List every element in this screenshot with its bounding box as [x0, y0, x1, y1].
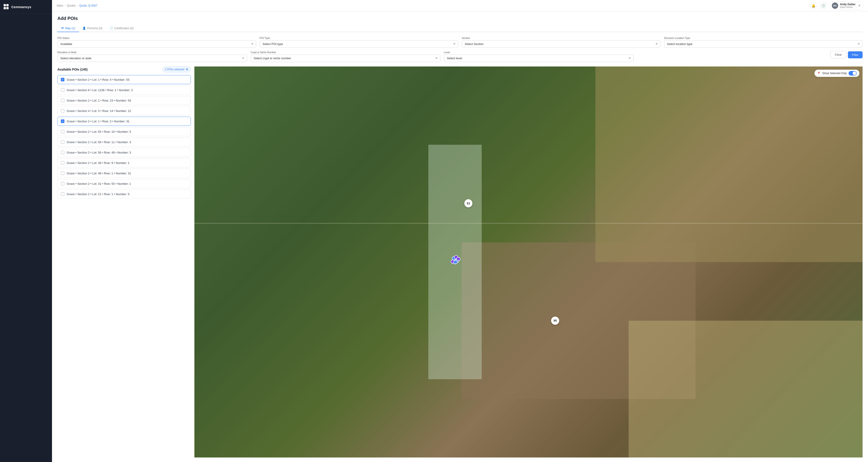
- poi-list: Grave • Section 2 • Lot: 1 • Row: 4 • Nu…: [57, 75, 191, 198]
- filter-actions: Clear Filter: [831, 51, 863, 59]
- poi-item-text: Grave • Section 8 • Lot: 1236 • Row: 1 •…: [67, 88, 133, 92]
- sidebar: Cemmansys: [0, 0, 52, 462]
- filter-row-1: POI Status Available Reserved Sold POI T…: [57, 37, 863, 48]
- level-group: Level Select level: [444, 51, 633, 62]
- poi-item-text: Grave • Section 2 • Lot: 56 • Row: 48 • …: [67, 151, 131, 154]
- poi-checkbox[interactable]: [61, 99, 64, 102]
- sidebar-title: Cemmansys: [11, 5, 31, 9]
- poi-item-text: Grave • Section 4 • Lot: 3 • Row: 14 • N…: [67, 109, 131, 113]
- map-cluster-53[interactable]: 53: [464, 199, 472, 207]
- poi-checkbox[interactable]: [61, 78, 64, 82]
- poi-item-text: Grave • Section 2 • Lot: 1 • Row: 23 • N…: [67, 99, 131, 102]
- filter-section: POI Status Available Reserved Sold POI T…: [57, 37, 863, 62]
- poi-checkbox[interactable]: [61, 140, 64, 144]
- map-icon: 🗺: [61, 27, 64, 30]
- close-icon[interactable]: ✕: [857, 4, 862, 8]
- poi-checkbox[interactable]: [61, 130, 64, 133]
- split-layout: Available POIs (145) 2 POIs selected ✕ G…: [57, 66, 863, 458]
- section-group: Section Select Section Section 2 Section…: [462, 37, 660, 48]
- poi-selected-badge: 2 POIs selected ✕: [162, 66, 191, 72]
- poi-checkbox[interactable]: [61, 109, 64, 113]
- bell-icon[interactable]: 🔔: [810, 2, 817, 9]
- tab-map[interactable]: 🗺 Map (1): [57, 25, 79, 32]
- list-item[interactable]: Grave • Section 2 • Lot: 31 • Row: 55 • …: [57, 179, 191, 188]
- user-badge[interactable]: AG Andy Gallac Super Admin ✕: [830, 1, 864, 10]
- avatar: AG: [832, 2, 838, 9]
- tab-persons[interactable]: 👤 Persons (0): [79, 25, 106, 32]
- map-panel: 53 90: [194, 66, 863, 458]
- show-selected-toggle[interactable]: [848, 71, 857, 75]
- show-selected-label: Show Selected Only: [822, 72, 847, 75]
- poi-checkbox[interactable]: [61, 192, 64, 196]
- poi-type-group: POI Type Select POI type Grave Niche Cry…: [260, 37, 458, 48]
- list-item[interactable]: Grave • Section 2 • Lot: 21 • Row: 1 • N…: [57, 189, 191, 198]
- poi-item-text: Grave • Section 2 • Lot: 56 • Row: 11 • …: [67, 141, 131, 144]
- top-bar: Sales › Quotes › Quote: Q-2697 🔔 🕐 AG An…: [52, 0, 868, 11]
- breadcrumb-sales[interactable]: Sales: [57, 4, 63, 7]
- structure-location-select[interactable]: Select location type Indoor Outdoor: [664, 40, 863, 48]
- user-role: Super Admin: [840, 6, 856, 8]
- user-info: Andy Gallac Super Admin: [840, 3, 856, 8]
- poi-item-text: Grave • Section 2 • Lot: 1 • Row: 2 • Nu…: [67, 120, 129, 123]
- poi-item-text: Grave • Section 2 • Lot: 55 • Row: 10 • …: [67, 130, 131, 133]
- poi-item-text: Grave • Section 2 • Lot: 48 • Row: 1 • N…: [67, 172, 131, 175]
- list-item[interactable]: Grave • Section 2 • Lot: 55 • Row: 10 • …: [57, 127, 191, 136]
- poi-status-group: POI Status Available Reserved Sold: [57, 37, 256, 48]
- elevation-aisle-label: Elevation or Aisle: [57, 51, 247, 54]
- list-item[interactable]: Grave • Section 8 • Lot: 1236 • Row: 1 •…: [57, 86, 191, 95]
- person-icon: 👤: [83, 27, 86, 30]
- poi-list-title: Available POIs (145): [57, 68, 88, 71]
- crypt-niche-group: Crypt or Niche Number Select crypt or ni…: [251, 51, 440, 62]
- breadcrumb: Sales › Quotes › Quote: Q-2697: [57, 4, 97, 7]
- user-name: Andy Gallac: [840, 3, 856, 6]
- structure-location-group: Structure Location Type Select location …: [664, 37, 863, 48]
- list-item[interactable]: Grave • Section 4 • Lot: 3 • Row: 14 • N…: [57, 106, 191, 115]
- poi-checkbox[interactable]: [61, 182, 64, 185]
- top-bar-right: 🔔 🕐 AG Andy Gallac Super Admin ✕: [810, 1, 864, 10]
- poi-checkbox[interactable]: [61, 151, 64, 154]
- poi-list-panel: Available POIs (145) 2 POIs selected ✕ G…: [57, 66, 191, 458]
- map-field-patch-2: [595, 66, 863, 262]
- elevation-aisle-group: Elevation or Aisle Select elevation or a…: [57, 51, 247, 62]
- level-label: Level: [444, 51, 633, 54]
- map-field-patch-3: [629, 321, 863, 458]
- list-item[interactable]: Grave • Section 2 • Lot: 48 • Row: 1 • N…: [57, 169, 191, 178]
- map-road-h: [194, 223, 863, 224]
- list-item[interactable]: Grave • Section 2 • Lot: 48 • Row: 9 • N…: [57, 158, 191, 167]
- certificate-icon: 📄: [110, 27, 113, 30]
- elevation-aisle-select[interactable]: Select elevation or aisle: [57, 55, 247, 62]
- filter-button[interactable]: Filter: [848, 51, 863, 58]
- show-selected-only[interactable]: 📍 Show Selected Only: [814, 70, 860, 77]
- filter-row-2: Elevation or Aisle Select elevation or a…: [57, 51, 863, 62]
- poi-status-select[interactable]: Available Reserved Sold: [57, 40, 256, 48]
- poi-selected-close-icon[interactable]: ✕: [186, 68, 188, 71]
- poi-type-select[interactable]: Select POI type Grave Niche Crypt: [260, 40, 458, 48]
- poi-checkbox[interactable]: [61, 119, 64, 123]
- list-item[interactable]: Grave • Section 2 • Lot: 56 • Row: 11 • …: [57, 137, 191, 147]
- poi-checkbox[interactable]: [61, 172, 64, 175]
- list-item[interactable]: Grave • Section 2 • Lot: 1 • Row: 2 • Nu…: [57, 117, 191, 126]
- map-cluster-90[interactable]: 90: [551, 317, 559, 325]
- tab-certificates[interactable]: 📄 Certificates (0): [106, 25, 137, 32]
- map-satellite[interactable]: 53 90: [194, 66, 863, 458]
- list-item[interactable]: Grave • Section 2 • Lot: 56 • Row: 48 • …: [57, 148, 191, 157]
- tabs: 🗺 Map (1) 👤 Persons (0) 📄 Certificates (…: [57, 25, 863, 32]
- clock-icon[interactable]: 🕐: [820, 2, 827, 9]
- breadcrumb-quotes[interactable]: Quotes: [67, 4, 76, 7]
- location-icon: 📍: [817, 72, 820, 75]
- page-title: Add POIs: [57, 16, 863, 21]
- poi-checkbox[interactable]: [61, 161, 64, 165]
- poi-item-text: Grave • Section 2 • Lot: 21 • Row: 1 • N…: [67, 192, 129, 196]
- crypt-niche-label: Crypt or Niche Number: [251, 51, 440, 54]
- breadcrumb-current: Quote: Q-2697: [79, 4, 97, 7]
- poi-checkbox[interactable]: [61, 88, 64, 92]
- clear-button[interactable]: Clear: [831, 51, 846, 58]
- list-item[interactable]: Grave • Section 2 • Lot: 1 • Row: 4 • Nu…: [57, 75, 191, 84]
- main-content: Sales › Quotes › Quote: Q-2697 🔔 🕐 AG An…: [52, 0, 868, 462]
- section-select[interactable]: Select Section Section 2 Section 4 Secti…: [462, 40, 660, 48]
- map-pin-group: [446, 253, 464, 271]
- section-label: Section: [462, 37, 660, 39]
- crypt-niche-select[interactable]: Select crypt or niche number: [251, 55, 440, 62]
- list-item[interactable]: Grave • Section 2 • Lot: 1 • Row: 23 • N…: [57, 96, 191, 105]
- level-select[interactable]: Select level: [444, 55, 633, 62]
